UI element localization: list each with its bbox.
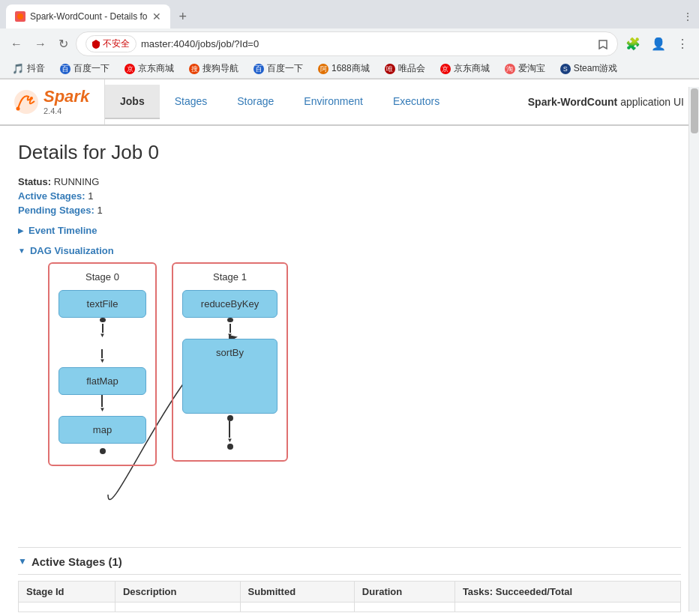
stages-table-container: Stage Id Description Submitted Duration … — [18, 578, 681, 612]
bookmark-label: 唯品会 — [398, 62, 425, 75]
col-stage-id[interactable]: Stage Id — [19, 581, 116, 602]
app-subtitle: application UI — [620, 96, 684, 108]
pending-stages-link[interactable]: Pending Stages: — [18, 205, 94, 216]
menu-button[interactable]: ⋮ — [672, 34, 693, 54]
event-timeline-label[interactable]: Event Timeline — [28, 225, 98, 236]
cell-submitted — [240, 602, 354, 612]
bookmark-steam[interactable]: S Steam游戏 — [554, 61, 624, 76]
account-button[interactable]: 👤 — [646, 34, 670, 54]
scrollbar[interactable] — [688, 87, 699, 612]
security-indicator: 不安全 — [86, 35, 136, 52]
spark-logo: Spark 2.4.4 — [0, 79, 105, 124]
dag-stage-0: Stage 0 textFile ▼ ▼ flatMap — [48, 262, 157, 466]
dag-visualization: Stage 0 textFile ▼ ▼ flatMap — [26, 262, 681, 540]
bookmark-label: 百度一下 — [74, 62, 110, 75]
active-tab[interactable]: Spark-WordCount - Details fo ✕ — [6, 4, 170, 28]
bookmark-label: 爱淘宝 — [518, 62, 545, 75]
col-description[interactable]: Description — [115, 581, 240, 602]
tab-menu-button[interactable]: ⋮ — [682, 10, 693, 22]
svg-point-2 — [16, 106, 20, 110]
tab-title: Spark-WordCount - Details fo — [30, 11, 148, 22]
svg-point-0 — [17, 13, 23, 19]
bookmark-label: 抖音 — [27, 62, 45, 75]
bookmark-vip[interactable]: 唯 唯品会 — [379, 61, 431, 76]
dag-label[interactable]: DAG Visualization — [30, 245, 114, 256]
bookmark-icon — [598, 39, 608, 49]
col-submitted[interactable]: Submitted — [240, 581, 354, 602]
event-timeline-arrow-icon: ▶ — [18, 226, 24, 235]
nav-environment[interactable]: Environment — [289, 85, 378, 119]
active-stages-line: Active Stages: 1 — [18, 190, 681, 202]
new-tab-button[interactable]: + — [173, 6, 194, 28]
bookmark-label: Steam游戏 — [574, 62, 618, 75]
spark-logo-text: Spark — [44, 87, 89, 106]
extensions-button[interactable]: 🧩 — [621, 34, 645, 54]
spark-nav: Jobs Stages Storage Environment Executor… — [105, 85, 454, 119]
stage1-bottom-dot — [182, 444, 278, 450]
status-line: Status: RUNNING — [18, 176, 681, 187]
nav-bar: ← → ↻ 不安全 master:4040/jobs/job/?Id=0 🧩 👤… — [0, 28, 699, 59]
tab-bar: Spark-WordCount - Details fo ✕ + ⋮ — [0, 0, 699, 28]
svg-point-3 — [30, 97, 33, 100]
nav-stages[interactable]: Stages — [160, 85, 223, 119]
dag-toggle[interactable]: ▼ DAG Visualization — [18, 245, 681, 256]
col-duration[interactable]: Duration — [354, 581, 454, 602]
bookmark-douyin[interactable]: 🎵 抖音 — [6, 61, 51, 76]
dag-node-flatmap[interactable]: flatMap — [58, 367, 146, 395]
bookmark-label: 京东商城 — [138, 62, 174, 75]
bookmark-baidu2[interactable]: 百 百度一下 — [248, 61, 309, 76]
col-tasks[interactable]: Tasks: Succeeded/Total — [454, 581, 680, 602]
dag-arrow-3: ▼ — [58, 395, 146, 416]
reload-button[interactable]: ↻ — [54, 34, 73, 54]
spacer — [58, 339, 146, 346]
spark-version: 2.4.4 — [44, 106, 89, 116]
active-stages-link[interactable]: Active Stages: — [18, 190, 86, 202]
spark-app-title: Spark-WordCount application UI — [513, 85, 699, 118]
bookmark-label: 搜狗导航 — [202, 62, 238, 75]
forward-button[interactable]: → — [30, 34, 51, 54]
dag-node-sortby[interactable]: sortBy — [182, 339, 278, 414]
active-stages-title: Active Stages (1) — [32, 555, 122, 568]
dag-arrow-4: ▼ — [182, 318, 278, 339]
url-text: master:4040/jobs/job/?Id=0 — [141, 38, 593, 49]
bookmark-label: 京东商城 — [454, 62, 490, 75]
address-bar[interactable]: 不安全 master:4040/jobs/job/?Id=0 — [76, 31, 618, 56]
bookmark-label: 百度一下 — [267, 62, 303, 75]
cell-tasks — [454, 602, 680, 612]
status-label: Status: — [18, 176, 51, 187]
event-timeline-toggle[interactable]: ▶ Event Timeline — [18, 225, 681, 236]
table-row — [19, 602, 681, 612]
scrollbar-thumb[interactable] — [691, 88, 698, 133]
dag-arrow-1: ▼ — [58, 318, 146, 339]
bookmark-label: 1688商城 — [332, 62, 370, 75]
stage-1-label: Stage 1 — [182, 271, 278, 283]
active-stages-divider — [18, 547, 681, 548]
bookmark-taobao[interactable]: 淘 爱淘宝 — [499, 61, 551, 76]
dag-arrow-icon: ▼ — [18, 247, 26, 255]
nav-executors[interactable]: Executors — [378, 85, 454, 119]
dag-node-map[interactable]: map — [58, 416, 146, 444]
stage-0-label: Stage 0 — [58, 271, 146, 283]
cell-description — [115, 602, 240, 612]
dag-node-reducebykey[interactable]: reduceByKey — [182, 290, 278, 318]
bookmark-jd1[interactable]: 京 京东商城 — [118, 61, 180, 76]
dag-node-textfile[interactable]: textFile — [58, 290, 146, 318]
spark-logo-icon — [12, 88, 40, 116]
tab-close-icon[interactable]: ✕ — [152, 10, 161, 22]
browser-actions: 🧩 👤 ⋮ — [621, 34, 693, 54]
bookmark-1688[interactable]: 阿 1688商城 — [312, 61, 376, 76]
bookmark-baidu1[interactable]: 百 百度一下 — [54, 61, 116, 76]
active-stages-count: 1 — [88, 190, 93, 202]
nav-storage[interactable]: Storage — [222, 85, 289, 119]
back-button[interactable]: ← — [6, 34, 27, 54]
nav-jobs[interactable]: Jobs — [105, 85, 160, 119]
stage0-bottom-dot — [58, 448, 146, 454]
bookmark-sogou[interactable]: 搜 搜狗导航 — [183, 61, 244, 76]
dag-stage-1: Stage 1 reduceByKey ▼ sortBy ▼ — [172, 262, 288, 462]
page-title: Details for Job 0 — [18, 141, 681, 164]
bookmark-jd2[interactable]: 京 京东商城 — [434, 61, 496, 76]
active-stages-table: Stage Id Description Submitted Duration … — [18, 581, 681, 612]
status-value: RUNNING — [54, 176, 100, 187]
pending-stages-line: Pending Stages: 1 — [18, 205, 681, 216]
active-stages-header[interactable]: ▼ Active Stages (1) — [18, 555, 681, 575]
